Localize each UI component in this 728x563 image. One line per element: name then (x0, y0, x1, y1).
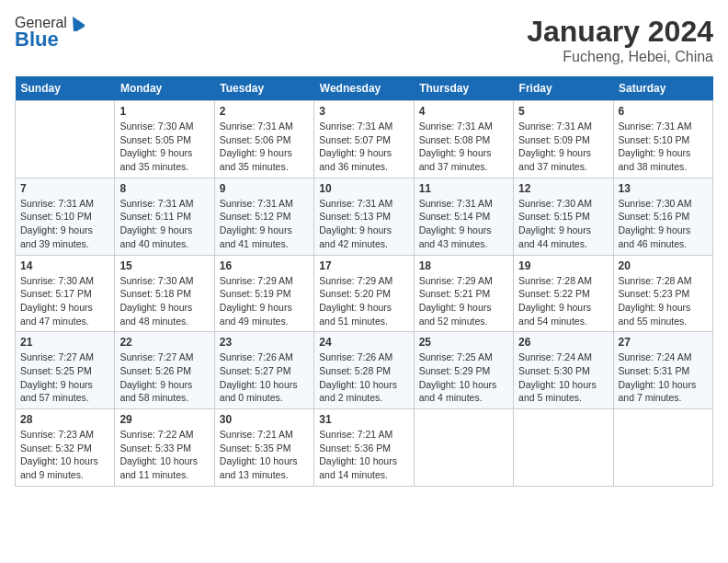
location-subtitle: Fucheng, Hebei, China (527, 49, 713, 65)
day-info: Sunrise: 7:30 AMSunset: 5:15 PMDaylight:… (518, 197, 608, 251)
calendar-cell: 5Sunrise: 7:31 AMSunset: 5:09 PMDaylight… (514, 101, 613, 178)
day-number: 26 (518, 336, 608, 349)
calendar-cell: 8Sunrise: 7:31 AMSunset: 5:11 PMDaylight… (115, 178, 214, 255)
calendar-cell: 29Sunrise: 7:22 AMSunset: 5:33 PMDayligh… (115, 409, 214, 487)
calendar-cell: 6Sunrise: 7:31 AMSunset: 5:10 PMDaylight… (613, 101, 712, 178)
calendar-cell: 13Sunrise: 7:30 AMSunset: 5:16 PMDayligh… (613, 178, 712, 255)
calendar-header: SundayMondayTuesdayWednesdayThursdayFrid… (16, 76, 713, 101)
day-info: Sunrise: 7:24 AMSunset: 5:30 PMDaylight:… (518, 350, 608, 405)
calendar-cell: 23Sunrise: 7:26 AMSunset: 5:27 PMDayligh… (214, 332, 313, 409)
calendar-cell: 24Sunrise: 7:26 AMSunset: 5:28 PMDayligh… (314, 332, 414, 409)
day-number: 5 (518, 105, 608, 118)
day-info: Sunrise: 7:30 AMSunset: 5:16 PMDaylight:… (619, 197, 708, 251)
day-info: Sunrise: 7:30 AMSunset: 5:18 PMDaylight:… (119, 274, 209, 328)
calendar-cell: 15Sunrise: 7:30 AMSunset: 5:18 PMDayligh… (115, 255, 214, 332)
calendar-cell: 9Sunrise: 7:31 AMSunset: 5:12 PMDaylight… (214, 178, 313, 255)
day-number: 24 (319, 336, 408, 349)
day-info: Sunrise: 7:31 AMSunset: 5:11 PMDaylight:… (119, 197, 209, 251)
day-info: Sunrise: 7:30 AMSunset: 5:17 PMDaylight:… (20, 274, 109, 328)
calendar-body: 1Sunrise: 7:30 AMSunset: 5:05 PMDaylight… (16, 101, 713, 487)
calendar-cell: 20Sunrise: 7:28 AMSunset: 5:23 PMDayligh… (613, 255, 712, 332)
day-number: 8 (119, 182, 209, 195)
day-info: Sunrise: 7:26 AMSunset: 5:28 PMDaylight:… (319, 350, 408, 405)
day-info: Sunrise: 7:31 AMSunset: 5:06 PMDaylight:… (220, 120, 309, 174)
day-info: Sunrise: 7:31 AMSunset: 5:09 PMDaylight:… (518, 120, 608, 174)
header-day-tuesday: Tuesday (214, 76, 313, 101)
month-year-title: January 2024 (527, 15, 713, 49)
calendar-cell: 25Sunrise: 7:25 AMSunset: 5:29 PMDayligh… (414, 332, 513, 409)
calendar-cell: 28Sunrise: 7:23 AMSunset: 5:32 PMDayligh… (16, 409, 115, 487)
day-number: 17 (319, 259, 408, 272)
header-day-saturday: Saturday (613, 76, 712, 101)
day-number: 9 (220, 182, 309, 195)
svg-marker-0 (68, 15, 85, 31)
day-number: 22 (119, 336, 209, 349)
header-day-friday: Friday (514, 76, 613, 101)
day-info: Sunrise: 7:22 AMSunset: 5:33 PMDaylight:… (119, 428, 209, 482)
header-day-wednesday: Wednesday (314, 76, 414, 101)
day-info: Sunrise: 7:27 AMSunset: 5:26 PMDaylight:… (119, 350, 209, 405)
calendar-cell: 11Sunrise: 7:31 AMSunset: 5:14 PMDayligh… (414, 178, 513, 255)
week-row-1: 7Sunrise: 7:31 AMSunset: 5:10 PMDaylight… (16, 178, 713, 255)
day-info: Sunrise: 7:26 AMSunset: 5:27 PMDaylight:… (220, 350, 309, 405)
calendar-cell: 19Sunrise: 7:28 AMSunset: 5:22 PMDayligh… (514, 255, 613, 332)
header-day-sunday: Sunday (16, 76, 115, 101)
calendar-cell: 1Sunrise: 7:30 AMSunset: 5:05 PMDaylight… (115, 101, 214, 178)
day-number: 16 (220, 259, 309, 272)
day-number: 18 (419, 259, 508, 272)
day-number: 10 (319, 182, 408, 195)
day-number: 28 (20, 413, 109, 426)
day-number: 7 (20, 182, 109, 195)
calendar-cell: 21Sunrise: 7:27 AMSunset: 5:25 PMDayligh… (16, 332, 115, 409)
day-info: Sunrise: 7:31 AMSunset: 5:14 PMDaylight:… (419, 197, 508, 251)
calendar-cell (613, 409, 712, 487)
day-info: Sunrise: 7:31 AMSunset: 5:10 PMDaylight:… (20, 197, 109, 251)
day-info: Sunrise: 7:28 AMSunset: 5:22 PMDaylight:… (518, 274, 608, 328)
calendar-cell: 2Sunrise: 7:31 AMSunset: 5:06 PMDaylight… (214, 101, 313, 178)
calendar-cell: 30Sunrise: 7:21 AMSunset: 5:35 PMDayligh… (214, 409, 313, 487)
logo: General Blue (15, 15, 85, 52)
calendar-cell: 31Sunrise: 7:21 AMSunset: 5:36 PMDayligh… (314, 409, 414, 487)
week-row-0: 1Sunrise: 7:30 AMSunset: 5:05 PMDaylight… (16, 101, 713, 178)
day-info: Sunrise: 7:27 AMSunset: 5:25 PMDaylight:… (20, 350, 109, 405)
header-day-thursday: Thursday (414, 76, 513, 101)
calendar-cell: 22Sunrise: 7:27 AMSunset: 5:26 PMDayligh… (115, 332, 214, 409)
calendar-cell: 7Sunrise: 7:31 AMSunset: 5:10 PMDaylight… (16, 178, 115, 255)
calendar-cell (16, 101, 115, 178)
day-number: 29 (119, 413, 209, 426)
logo-blue-text: Blue (15, 28, 59, 52)
day-info: Sunrise: 7:30 AMSunset: 5:05 PMDaylight:… (119, 120, 209, 174)
calendar-cell: 12Sunrise: 7:30 AMSunset: 5:15 PMDayligh… (514, 178, 613, 255)
day-number: 3 (319, 105, 408, 118)
day-info: Sunrise: 7:28 AMSunset: 5:23 PMDaylight:… (619, 274, 708, 328)
day-number: 4 (419, 105, 508, 118)
calendar-cell: 16Sunrise: 7:29 AMSunset: 5:19 PMDayligh… (214, 255, 313, 332)
day-info: Sunrise: 7:21 AMSunset: 5:36 PMDaylight:… (319, 428, 408, 482)
day-number: 11 (419, 182, 508, 195)
week-row-3: 21Sunrise: 7:27 AMSunset: 5:25 PMDayligh… (16, 332, 713, 409)
day-number: 31 (319, 413, 408, 426)
calendar-table: SundayMondayTuesdayWednesdayThursdayFrid… (15, 76, 713, 487)
day-info: Sunrise: 7:25 AMSunset: 5:29 PMDaylight:… (419, 350, 508, 405)
week-row-2: 14Sunrise: 7:30 AMSunset: 5:17 PMDayligh… (16, 255, 713, 332)
logo-arrow-icon (68, 15, 85, 31)
calendar-cell: 18Sunrise: 7:29 AMSunset: 5:21 PMDayligh… (414, 255, 513, 332)
day-info: Sunrise: 7:31 AMSunset: 5:07 PMDaylight:… (319, 120, 408, 174)
day-number: 12 (518, 182, 608, 195)
day-number: 23 (220, 336, 309, 349)
header-row: SundayMondayTuesdayWednesdayThursdayFrid… (16, 76, 713, 101)
calendar-cell: 14Sunrise: 7:30 AMSunset: 5:17 PMDayligh… (16, 255, 115, 332)
day-number: 6 (619, 105, 708, 118)
day-info: Sunrise: 7:29 AMSunset: 5:21 PMDaylight:… (419, 274, 508, 328)
day-number: 15 (119, 259, 209, 272)
day-number: 27 (619, 336, 708, 349)
day-number: 30 (220, 413, 309, 426)
title-area: January 2024 Fucheng, Hebei, China (527, 15, 713, 65)
calendar-cell: 10Sunrise: 7:31 AMSunset: 5:13 PMDayligh… (314, 178, 414, 255)
header: General Blue January 2024 Fucheng, Hebei… (15, 15, 713, 65)
day-info: Sunrise: 7:31 AMSunset: 5:12 PMDaylight:… (220, 197, 309, 251)
calendar-cell: 4Sunrise: 7:31 AMSunset: 5:08 PMDaylight… (414, 101, 513, 178)
day-number: 13 (619, 182, 708, 195)
day-number: 19 (518, 259, 608, 272)
calendar-cell (414, 409, 513, 487)
